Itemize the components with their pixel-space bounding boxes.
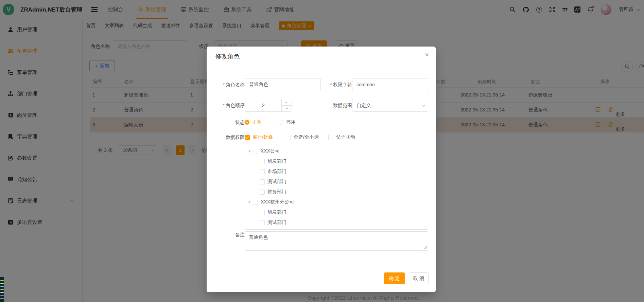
tree-node-label: 测试部门 xyxy=(267,219,286,226)
app-screen: V ZRAdmin.NET后台管理 控制台 系统管理 系统监控 xyxy=(0,0,644,302)
dialog-title: 修改角色 xyxy=(215,52,240,60)
tree-checkbox[interactable] xyxy=(260,220,265,225)
role-order-field-label: *角色顺序 xyxy=(213,99,245,112)
edit-role-dialog: 修改角色 × *角色名称 *权限字符 *角色顺序 2 数据范围 自定义 xyxy=(207,47,436,292)
chevron-up-icon xyxy=(285,102,288,104)
dialog-close-icon[interactable]: × xyxy=(425,51,429,58)
role-name-field-input[interactable] xyxy=(245,78,321,91)
checkbox-select-all-label: 全选/全不选 xyxy=(294,134,319,140)
tree-node-label: 研发部门 xyxy=(267,158,286,164)
role-name-field-label: *角色名称 xyxy=(213,78,245,91)
tree-node-root[interactable]: ▾ XXX杭州分公司 xyxy=(245,197,428,207)
caret-down-icon[interactable]: ▾ xyxy=(247,200,252,205)
tree-node-child[interactable]: 财务部门 xyxy=(245,187,428,197)
data-perm-options: 展开/折叠 全选/全不选 父子联动 xyxy=(245,132,355,142)
decrease-button[interactable] xyxy=(282,105,292,111)
tree-checkbox[interactable] xyxy=(260,190,265,195)
tree-node-root[interactable]: ▾ XXX公司 xyxy=(245,146,428,156)
data-scope-field-label: 数据范围 xyxy=(321,99,352,112)
tree-node-label: 市场部门 xyxy=(267,168,286,175)
tree-node-child[interactable]: 测试部门 xyxy=(245,217,428,228)
status-field-label: 状态 xyxy=(213,116,245,129)
select-chevron-icon xyxy=(422,103,425,107)
tree-node-child[interactable]: 研发部门 xyxy=(245,156,428,166)
department-tree: ▾ XXX公司 研发部门 市场部门 测试部门 财务部门 ▾ xyxy=(245,145,428,230)
status-radio-group: 正常 停用 xyxy=(245,116,296,129)
perm-char-field-input[interactable] xyxy=(352,78,428,91)
number-stepper xyxy=(281,99,292,111)
data-scope-select[interactable]: 自定义 xyxy=(352,99,428,112)
tree-node-label: 测试部门 xyxy=(267,179,286,185)
checkbox-parent-child[interactable] xyxy=(328,135,333,140)
tree-checkbox[interactable] xyxy=(253,200,258,205)
tree-node-label: 财务部门 xyxy=(267,189,286,195)
cancel-button[interactable]: 取消 xyxy=(409,272,429,284)
radio-disabled[interactable] xyxy=(279,120,283,125)
checkbox-expand-checked[interactable] xyxy=(245,135,250,140)
checkbox-parent-child-label: 父子联动 xyxy=(336,134,355,140)
tree-checkbox[interactable] xyxy=(260,210,265,215)
tree-node-label: XXX公司 xyxy=(261,148,280,154)
tree-node-child[interactable]: 市场部门 xyxy=(245,166,428,177)
remark-textarea[interactable]: 普通角色 xyxy=(245,231,428,251)
radio-disabled-label: 停用 xyxy=(286,119,296,125)
tree-node-child[interactable]: 研发部门 xyxy=(245,207,428,217)
remark-field-label: 备注 xyxy=(213,231,245,238)
tree-node-child[interactable]: 测试部门 xyxy=(245,177,428,187)
radio-normal-label: 正常 xyxy=(252,119,262,125)
checkbox-select-all[interactable] xyxy=(286,135,291,140)
tree-checkbox[interactable] xyxy=(260,169,265,174)
server-monitor-widget[interactable] xyxy=(0,277,4,302)
tree-node-label: 研发部门 xyxy=(267,209,286,215)
caret-down-icon[interactable]: ▾ xyxy=(247,149,252,154)
role-order-number-input[interactable]: 2 xyxy=(245,99,292,112)
tree-checkbox[interactable] xyxy=(260,159,265,164)
data-perm-field-label: 数据权限 xyxy=(213,132,245,142)
tree-node-label: XXX杭州分公司 xyxy=(261,199,294,205)
radio-normal-checked[interactable] xyxy=(245,120,249,125)
tree-checkbox[interactable] xyxy=(260,179,265,184)
confirm-button[interactable]: 确定 xyxy=(384,272,405,284)
tree-checkbox[interactable] xyxy=(253,149,258,154)
checkbox-expand-label: 展开/折叠 xyxy=(253,134,273,140)
chevron-down-icon xyxy=(286,107,288,109)
perm-char-field-label: *权限字符 xyxy=(321,78,352,91)
increase-button[interactable] xyxy=(282,99,292,105)
number-value: 2 xyxy=(245,99,282,111)
